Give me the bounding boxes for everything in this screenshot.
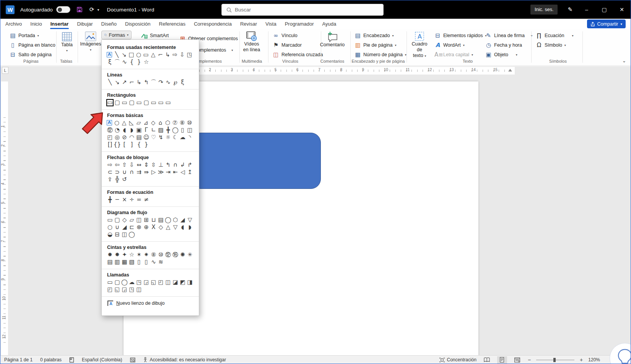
equation-button[interactable]: ∏Ecuación▾ <box>536 31 573 40</box>
shape-cell[interactable]: ⊔ <box>150 216 157 224</box>
shape-cell[interactable]: ▯ <box>135 258 143 266</box>
tab-dibujar[interactable]: Dibujar <box>73 19 97 29</box>
autosave-toggle[interactable] <box>56 6 70 13</box>
shape-cell[interactable]: ≫ <box>157 169 164 176</box>
symbol-button[interactable]: ΩSímbolo▾ <box>536 41 566 49</box>
shape-cell[interactable]: ⇔ <box>135 161 143 169</box>
table-button[interactable]: Tabla ▾ <box>59 31 75 54</box>
shape-cell[interactable]: ✦ <box>121 251 128 258</box>
shape-cell[interactable]: ◫ <box>186 127 194 134</box>
shape-cell[interactable]: ⑦ <box>171 119 179 127</box>
shape-cell[interactable]: ◯ <box>128 231 135 238</box>
language-status[interactable]: Español (Colombia) <box>82 357 122 362</box>
shape-cell[interactable]: ◇ <box>150 119 157 127</box>
shape-cell[interactable]: { <box>128 58 135 66</box>
shape-cell[interactable]: ⑯ <box>172 251 179 258</box>
shape-cell[interactable]: ╲ <box>113 51 120 58</box>
shape-cell[interactable]: ◲ <box>121 286 128 293</box>
shape-cell[interactable]: ▭ <box>150 99 157 106</box>
vertical-ruler[interactable]: 123456789101112 <box>0 75 9 355</box>
date-time-button[interactable]: ◷Fecha y hora <box>485 41 522 49</box>
shape-cell[interactable]: Γ <box>143 127 150 134</box>
shape-cell[interactable]: ↷ <box>157 79 164 86</box>
tab-programador[interactable]: Programador <box>281 19 318 29</box>
shape-cell[interactable]: ⇛ <box>143 169 150 176</box>
shape-cell[interactable]: ∿ <box>150 258 157 266</box>
pen-sparkle-icon[interactable]: ✎ <box>568 6 572 13</box>
shapes-button[interactable]: Formas ▾ <box>101 31 132 39</box>
shape-cell[interactable]: ☼ <box>164 134 172 141</box>
shape-cell[interactable]: ↱ <box>186 161 194 169</box>
shape-cell[interactable]: ◰ <box>157 279 164 286</box>
shape-cell[interactable]: ▭ <box>106 216 114 224</box>
shape-cell[interactable]: ◖ <box>179 224 186 231</box>
shape-cell[interactable]: ▱ <box>135 119 142 127</box>
wordart-button[interactable]: AWordArt▾ <box>434 41 465 49</box>
shape-cell[interactable]: X <box>150 224 157 231</box>
rounded-rectangle-shape[interactable] <box>191 133 321 189</box>
shape-cell[interactable]: ▢ <box>114 99 121 106</box>
shape-cell[interactable]: ◨ <box>186 279 194 286</box>
save-icon[interactable] <box>76 6 83 13</box>
shape-cell[interactable]: ⇕ <box>143 161 150 169</box>
shape-cell[interactable]: ↰ <box>143 79 150 86</box>
page-info[interactable]: Página 1 de 1 <box>4 357 33 362</box>
shape-cell[interactable]: ⊞ <box>143 216 150 224</box>
shape-cell[interactable]: ⑫ <box>106 127 114 134</box>
shape-cell[interactable]: ⬡ <box>172 216 179 224</box>
read-mode-button[interactable] <box>482 356 492 364</box>
shape-cell[interactable]: ⑧ <box>150 251 157 258</box>
shape-cell[interactable]: ∩ <box>172 161 179 169</box>
shape-cell[interactable]: ⌒ <box>150 79 157 86</box>
online-videos-button[interactable]: Vídeos en línea <box>242 31 261 53</box>
shape-cell[interactable]: ⊕ <box>143 224 150 231</box>
shape-cell[interactable]: ☺ <box>143 134 150 141</box>
shape-cell[interactable]: ☆ <box>128 251 135 258</box>
shape-cell[interactable]: ⇪ <box>106 176 114 183</box>
tab-vista[interactable]: Vista <box>261 19 281 29</box>
shape-cell[interactable]: ▢ <box>128 99 135 106</box>
shape-cell[interactable]: ⇩ <box>179 51 186 58</box>
shape-cell[interactable]: ▣ <box>135 127 143 134</box>
shape-cell[interactable]: ⇨ <box>171 51 179 58</box>
shape-cell[interactable]: ▭ <box>121 99 128 106</box>
shape-cell[interactable]: ♡ <box>150 134 157 141</box>
web-layout-button[interactable] <box>512 356 522 364</box>
shape-cell[interactable]: ∪ <box>114 224 121 231</box>
shape-cell[interactable]: ◢ <box>121 224 128 231</box>
shape-cell[interactable]: ◱ <box>114 286 121 293</box>
tab-revisar[interactable]: Revisar <box>236 19 261 29</box>
footer-button[interactable]: ▥Pie de página▾ <box>355 41 396 49</box>
shape-cell[interactable]: ▷ <box>150 169 157 176</box>
shape-cell[interactable]: ↘ <box>114 79 121 86</box>
shape-cell[interactable]: ◢ <box>179 216 186 224</box>
shape-cell[interactable]: ⊥ <box>157 161 164 169</box>
shape-cell[interactable]: ☁ <box>128 279 135 286</box>
print-layout-button[interactable] <box>497 356 507 364</box>
shape-cell[interactable]: ◖ <box>121 127 128 134</box>
shape-cell[interactable]: ⊟ <box>114 231 121 238</box>
rectangle-shape-cell-selected[interactable]: ▭ <box>106 99 114 106</box>
shape-cell[interactable]: } <box>143 141 150 148</box>
tab-diseño[interactable]: Diseño <box>97 19 121 29</box>
shape-cell[interactable]: ] <box>128 141 135 148</box>
shape-cell[interactable]: ✺ <box>179 251 186 258</box>
shape-cell[interactable]: ↰ <box>164 161 172 169</box>
shape-cell[interactable]: ◯ <box>121 279 128 286</box>
shape-cell[interactable]: ↺ <box>121 176 128 183</box>
shape-cell[interactable]: ∪ <box>121 169 128 176</box>
shape-cell[interactable]: [] <box>106 141 114 148</box>
shape-cell[interactable]: ≋ <box>157 258 164 266</box>
shape-cell[interactable]: △ <box>150 51 157 58</box>
shape-cell[interactable]: ▢ <box>114 279 121 286</box>
shape-cell[interactable]: ↳ <box>164 51 171 58</box>
shape-cell[interactable]: ◱ <box>150 279 157 286</box>
word-logo-icon[interactable]: W <box>6 5 15 14</box>
shape-cell[interactable]: △ <box>120 119 128 127</box>
shape-cell[interactable]: ▦ <box>121 258 128 266</box>
focus-mode-button[interactable]: Concentración <box>439 357 477 362</box>
blank-page-button[interactable]: ▯Página en blanco <box>10 41 55 49</box>
shape-cell[interactable]: ◯ <box>172 127 179 134</box>
shape-cell[interactable]: ○ <box>113 119 120 127</box>
shape-cell[interactable]: ξ <box>179 79 186 86</box>
